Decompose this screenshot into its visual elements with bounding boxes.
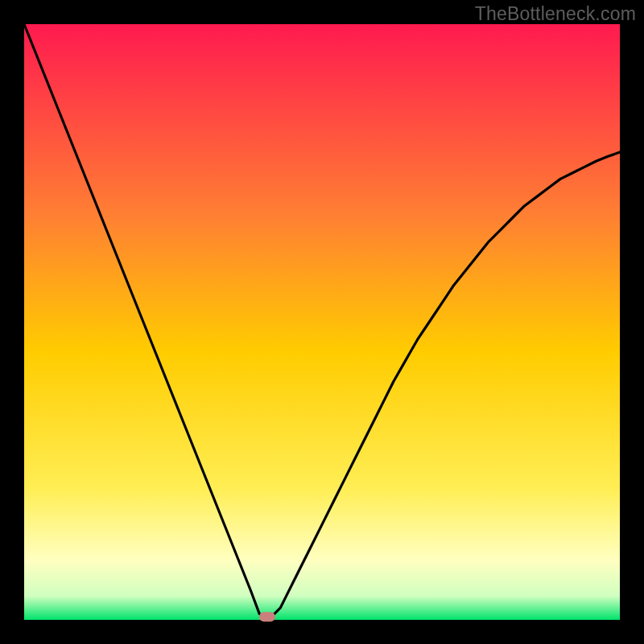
optimal-marker: [259, 612, 275, 621]
watermark: TheBottleneck.com: [475, 3, 636, 25]
bottleneck-chart: TheBottleneck.com: [0, 0, 644, 644]
plot-background: [24, 24, 620, 620]
chart-svg: [0, 0, 644, 644]
